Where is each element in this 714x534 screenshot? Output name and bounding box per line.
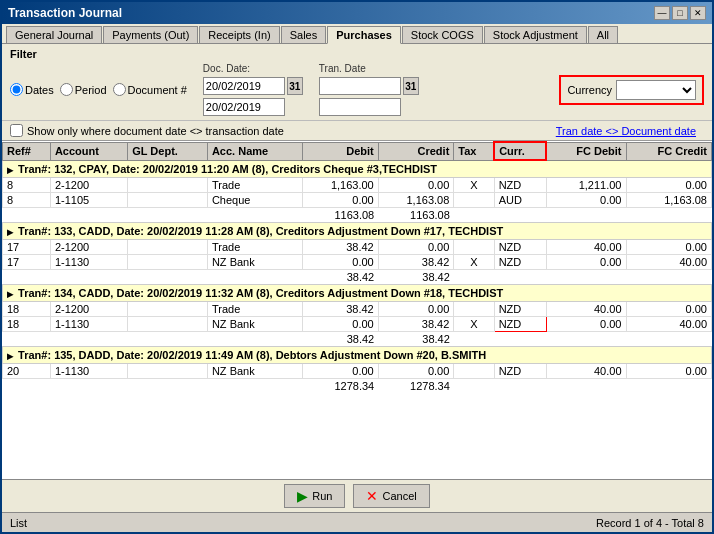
cell-ref: 17 [3,255,51,270]
cell-fc-credit: 0.00 [626,302,712,317]
triangle-icon-132: ▶ [7,166,13,175]
radio-dates-label: Dates [25,84,54,96]
cell-debit: 0.00 [303,193,379,208]
cell-credit: 38.42 [378,255,454,270]
window-title: Transaction Journal [8,6,122,20]
cell-dept [128,302,208,317]
radio-period-input[interactable] [60,83,73,96]
tab-all[interactable]: All [588,26,618,43]
cell-ref: 20 [3,364,51,379]
cell-account: 2-1200 [50,178,127,193]
cell-debit: 38.42 [303,240,379,255]
subtotal-debit-133: 38.42 [303,270,379,285]
doc-date-from-input[interactable] [203,77,285,95]
cell-tax [454,240,494,255]
radio-period[interactable]: Period [60,83,107,96]
radio-dates[interactable]: Dates [10,83,54,96]
cell-curr: NZD [494,317,546,332]
cell-fc-debit: 0.00 [546,317,626,332]
table-row: 17 2-1200 Trade 38.42 0.00 NZD 40.00 0.0… [3,240,712,255]
table-row: 17 1-1130 NZ Bank 0.00 38.42 X NZD 0.00 … [3,255,712,270]
cell-fc-credit: 40.00 [626,255,712,270]
col-account: Account [50,142,127,160]
subtotal-row-135: 1278.34 1278.34 [3,379,712,394]
currency-select[interactable]: NZD AUD [616,80,696,100]
cell-fc-debit: 40.00 [546,302,626,317]
doc-date-to-row [203,98,303,116]
currency-label: Currency [567,84,612,96]
tran-date-limit-btn[interactable]: 31 [403,77,419,95]
tran-date-link[interactable]: Tran date <> Document date [556,125,696,137]
tab-stock-cogs[interactable]: Stock COGS [402,26,483,43]
tab-sales[interactable]: Sales [281,26,327,43]
col-fc-credit: FC Credit [626,142,712,160]
cell-dept [128,317,208,332]
cell-fc-credit: 40.00 [626,317,712,332]
cell-account: 2-1200 [50,302,127,317]
subtotal-credit-133: 38.42 [378,270,454,285]
close-button[interactable]: ✕ [690,6,706,20]
cell-account: 1-1130 [50,364,127,379]
transactions-table: Ref# Account GL Dept. Acc. Name Debit Cr… [2,141,712,393]
tran-header-133-text: ▶ Tran#: 133, CADD, Date: 20/02/2019 11:… [3,223,712,240]
triangle-icon-135: ▶ [7,352,13,361]
cell-dept [128,240,208,255]
tab-general-journal[interactable]: General Journal [6,26,102,43]
table-row: 8 2-1200 Trade 1,163.00 0.00 X NZD 1,211… [3,178,712,193]
cell-name: Trade [207,240,302,255]
status-list-label: List [10,517,27,529]
cell-fc-debit: 1,211.00 [546,178,626,193]
doc-date-limit-btn[interactable]: 31 [287,77,303,95]
cell-dept [128,364,208,379]
doc-date-to-input[interactable] [203,98,285,116]
cancel-label: Cancel [382,490,416,502]
bottom-bar: ▶ Run ✕ Cancel [2,479,712,512]
cancel-button[interactable]: ✕ Cancel [353,484,429,508]
radio-document[interactable]: Document # [113,83,187,96]
radio-dates-input[interactable] [10,83,23,96]
show-only-label: Show only where document date <> transac… [27,125,284,137]
cell-credit: 0.00 [378,178,454,193]
cell-dept [128,178,208,193]
subtotal-row-133: 38.42 38.42 [3,270,712,285]
run-button[interactable]: ▶ Run [284,484,345,508]
cell-tax [454,193,494,208]
minimize-button[interactable]: — [654,6,670,20]
restore-button[interactable]: □ [672,6,688,20]
cell-curr: NZD [494,240,546,255]
cell-account: 1-1105 [50,193,127,208]
tab-purchases[interactable]: Purchases [327,26,401,44]
tab-payments-out[interactable]: Payments (Out) [103,26,198,43]
run-label: Run [312,490,332,502]
radio-document-input[interactable] [113,83,126,96]
col-credit: Credit [378,142,454,160]
cell-credit: 0.00 [378,240,454,255]
cell-curr: NZD [494,255,546,270]
tab-bar: General Journal Payments (Out) Receipts … [2,24,712,44]
subtotal-credit-134: 38.42 [378,332,454,347]
filter-row: Dates Period Document # Doc. Date: 3 [10,63,704,116]
cell-fc-credit: 0.00 [626,364,712,379]
radio-period-label: Period [75,84,107,96]
cell-curr: NZD [494,364,546,379]
cell-credit: 0.00 [378,302,454,317]
subtotal-spacer2 [454,332,712,347]
col-acc-name: Acc. Name [207,142,302,160]
cell-ref: 18 [3,302,51,317]
col-debit: Debit [303,142,379,160]
tran-date-to-input[interactable] [319,98,401,116]
currency-section: Currency NZD AUD [559,75,704,105]
tab-receipts-in[interactable]: Receipts (In) [199,26,279,43]
tran-header-133: ▶ Tran#: 133, CADD, Date: 20/02/2019 11:… [3,223,712,240]
subtotal-spacer [3,208,303,223]
show-only-checkbox[interactable] [10,124,23,137]
tab-stock-adjustment[interactable]: Stock Adjustment [484,26,587,43]
table-container: Ref# Account GL Dept. Acc. Name Debit Cr… [2,140,712,479]
filter-section: Filter Dates Period Document # [2,44,712,121]
subtotal-spacer [3,379,303,394]
cell-curr: AUD [494,193,546,208]
cell-ref: 17 [3,240,51,255]
cell-debit: 0.00 [303,255,379,270]
tran-date-from-input[interactable] [319,77,401,95]
cell-fc-debit: 0.00 [546,193,626,208]
